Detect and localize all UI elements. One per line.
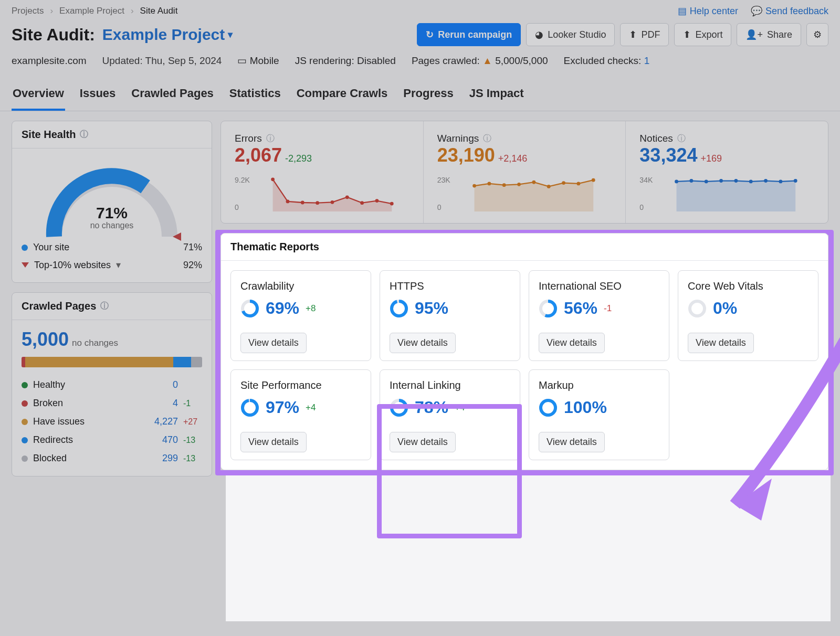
gauge-sub: no changes bbox=[90, 221, 134, 230]
pdf-button[interactable]: ⬆PDF bbox=[620, 23, 669, 46]
looker-studio-button[interactable]: ◕Looker Studio bbox=[526, 23, 615, 46]
chevron-down-icon[interactable]: ▾ bbox=[116, 259, 121, 271]
chevron-right-icon: › bbox=[131, 6, 134, 16]
bar-segment bbox=[191, 357, 202, 367]
svg-point-7 bbox=[360, 201, 364, 205]
view-details-button[interactable]: View details bbox=[688, 333, 754, 353]
summary-value[interactable]: 33,324 bbox=[639, 144, 697, 166]
refresh-icon: ↻ bbox=[426, 29, 434, 40]
tab-overview[interactable]: Overview bbox=[12, 81, 65, 111]
breadcrumb-projects[interactable]: Projects bbox=[12, 6, 44, 16]
upload-icon: ⬆ bbox=[629, 29, 637, 40]
settings-button[interactable]: ⚙ bbox=[806, 23, 828, 46]
crawled-pages-card: Crawled Pages ⓘ 5,000no changes Healthy0… bbox=[12, 292, 212, 476]
legend-value: 92% bbox=[183, 260, 202, 271]
summary-label: Errors bbox=[235, 133, 262, 144]
summary-delta: +169 bbox=[700, 153, 722, 164]
view-details-button[interactable]: View details bbox=[390, 333, 456, 353]
donut-icon bbox=[390, 398, 408, 417]
svg-point-13 bbox=[517, 183, 521, 186]
tab-statistics[interactable]: Statistics bbox=[228, 81, 282, 111]
status-dot bbox=[22, 382, 28, 388]
row-label: Have issues bbox=[33, 416, 85, 427]
project-dropdown[interactable]: Example Project ▾ bbox=[102, 26, 233, 44]
report-core-web-vitals: Core Web Vitals 0% View details bbox=[678, 270, 818, 361]
report-title: HTTPS bbox=[390, 280, 510, 292]
report-percent: 95% bbox=[415, 299, 448, 318]
svg-point-5 bbox=[330, 200, 334, 204]
row-value[interactable]: 470 bbox=[151, 434, 178, 446]
site-health-card: Site Health ⓘ 71% no changes Your site71… bbox=[12, 121, 212, 283]
breadcrumb-project[interactable]: Example Project bbox=[59, 6, 124, 16]
info-icon[interactable]: ⓘ bbox=[483, 133, 491, 144]
report-title: Markup bbox=[539, 379, 659, 391]
share-button[interactable]: 👤+Share bbox=[737, 23, 801, 46]
mobile-icon: ▭ bbox=[237, 55, 247, 66]
sparkline bbox=[456, 176, 612, 211]
legend-marker bbox=[22, 245, 28, 251]
row-value[interactable]: 4,227 bbox=[151, 416, 178, 427]
tab-js-impact[interactable]: JS Impact bbox=[468, 81, 525, 111]
row-label: Healthy bbox=[33, 379, 65, 390]
table-row: Blocked299-13 bbox=[22, 449, 202, 468]
row-value[interactable]: 4 bbox=[151, 398, 178, 409]
excluded-checks-link[interactable]: 1 bbox=[644, 55, 650, 66]
tab-issues[interactable]: Issues bbox=[79, 81, 117, 111]
meta-row: examplesite.com Updated: Thu, Sep 5, 202… bbox=[0, 51, 840, 74]
info-icon[interactable]: ⓘ bbox=[677, 133, 686, 144]
svg-point-1 bbox=[271, 177, 275, 181]
info-icon[interactable]: ⓘ bbox=[80, 129, 88, 140]
help-center-link[interactable]: ▤Help center bbox=[678, 5, 738, 17]
report-https: HTTPS 95% View details bbox=[380, 270, 520, 361]
legend-marker bbox=[22, 262, 29, 268]
legend-label: Top-10% websites bbox=[34, 260, 111, 271]
export-button[interactable]: ⬆Export bbox=[674, 23, 731, 46]
tab-crawled-pages[interactable]: Crawled Pages bbox=[130, 81, 215, 111]
svg-point-14 bbox=[532, 181, 536, 184]
report-title: Internal Linking bbox=[390, 379, 510, 391]
y-min: 0 bbox=[437, 203, 450, 211]
table-row: Healthy0 bbox=[22, 376, 202, 394]
row-delta: -13 bbox=[183, 454, 202, 463]
summary-delta: -2,293 bbox=[285, 153, 312, 164]
row-value[interactable]: 0 bbox=[151, 379, 178, 390]
svg-marker-42 bbox=[735, 479, 772, 521]
tab-compare-crawls[interactable]: Compare Crawls bbox=[296, 81, 389, 111]
info-icon[interactable]: ⓘ bbox=[100, 301, 109, 312]
view-details-button[interactable]: View details bbox=[539, 432, 605, 452]
table-row: Have issues4,227+27 bbox=[22, 412, 202, 431]
view-details-button[interactable]: View details bbox=[240, 333, 307, 353]
donut-icon bbox=[390, 299, 408, 318]
view-details-button[interactable]: View details bbox=[390, 432, 456, 452]
summary-value[interactable]: 23,190 bbox=[437, 144, 495, 166]
row-value[interactable]: 299 bbox=[151, 453, 178, 464]
svg-point-22 bbox=[719, 179, 723, 183]
svg-point-19 bbox=[675, 179, 678, 183]
tab-progress[interactable]: Progress bbox=[402, 81, 454, 111]
domain-text: examplesite.com bbox=[12, 55, 87, 67]
svg-point-16 bbox=[562, 181, 565, 185]
y-max: 23K bbox=[437, 176, 450, 184]
crawled-sub: no changes bbox=[72, 338, 118, 348]
rerun-campaign-button[interactable]: ↻Rerun campaign bbox=[417, 23, 521, 46]
report-delta: +4 bbox=[455, 402, 465, 413]
view-details-button[interactable]: View details bbox=[240, 432, 307, 452]
summary-value[interactable]: 2,067 bbox=[235, 144, 282, 166]
updated-text: Updated: Thu, Sep 5, 2024 bbox=[102, 55, 222, 67]
tabs: OverviewIssuesCrawled PagesStatisticsCom… bbox=[0, 74, 840, 111]
report-site-performance: Site Performance 97%+4 View details bbox=[230, 369, 371, 460]
warning-icon: ▲ bbox=[482, 55, 492, 66]
report-title: Site Performance bbox=[240, 379, 361, 391]
report-title: Core Web Vitals bbox=[688, 280, 808, 292]
breadcrumb: Projects › Example Project › Site Audit … bbox=[12, 5, 828, 17]
crawled-total[interactable]: 5,000 bbox=[22, 328, 69, 350]
device-text: ▭ Mobile bbox=[237, 55, 279, 67]
donut-icon bbox=[240, 398, 259, 417]
view-details-button[interactable]: View details bbox=[539, 333, 605, 353]
info-icon[interactable]: ⓘ bbox=[266, 133, 275, 144]
svg-point-15 bbox=[547, 185, 550, 188]
y-max: 9.2K bbox=[235, 176, 250, 184]
row-delta: -13 bbox=[183, 436, 202, 445]
send-feedback-link[interactable]: 💬Send feedback bbox=[751, 5, 828, 17]
status-dot bbox=[22, 437, 28, 443]
